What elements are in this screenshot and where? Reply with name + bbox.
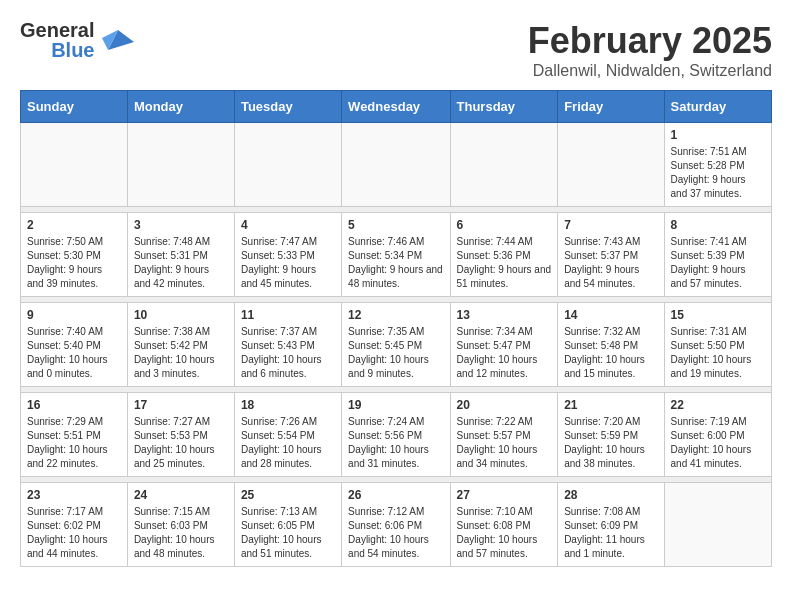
- day-info: Sunrise: 7:37 AM Sunset: 5:43 PM Dayligh…: [241, 325, 335, 381]
- calendar-cell: 1Sunrise: 7:51 AM Sunset: 5:28 PM Daylig…: [664, 123, 771, 207]
- day-info: Sunrise: 7:44 AM Sunset: 5:36 PM Dayligh…: [457, 235, 552, 291]
- calendar-cell: 6Sunrise: 7:44 AM Sunset: 5:36 PM Daylig…: [450, 213, 558, 297]
- day-header-monday: Monday: [127, 91, 234, 123]
- calendar-cell: 27Sunrise: 7:10 AM Sunset: 6:08 PM Dayli…: [450, 483, 558, 567]
- day-info: Sunrise: 7:26 AM Sunset: 5:54 PM Dayligh…: [241, 415, 335, 471]
- day-number: 10: [134, 308, 228, 322]
- calendar-cell: [558, 123, 664, 207]
- day-header-thursday: Thursday: [450, 91, 558, 123]
- day-number: 4: [241, 218, 335, 232]
- calendar-cell: 3Sunrise: 7:48 AM Sunset: 5:31 PM Daylig…: [127, 213, 234, 297]
- day-info: Sunrise: 7:24 AM Sunset: 5:56 PM Dayligh…: [348, 415, 443, 471]
- day-info: Sunrise: 7:41 AM Sunset: 5:39 PM Dayligh…: [671, 235, 765, 291]
- day-number: 15: [671, 308, 765, 322]
- logo-icon: [98, 22, 134, 58]
- day-number: 13: [457, 308, 552, 322]
- calendar-cell: 21Sunrise: 7:20 AM Sunset: 5:59 PM Dayli…: [558, 393, 664, 477]
- day-info: Sunrise: 7:10 AM Sunset: 6:08 PM Dayligh…: [457, 505, 552, 561]
- day-number: 8: [671, 218, 765, 232]
- day-number: 24: [134, 488, 228, 502]
- day-number: 26: [348, 488, 443, 502]
- day-info: Sunrise: 7:17 AM Sunset: 6:02 PM Dayligh…: [27, 505, 121, 561]
- calendar-cell: 25Sunrise: 7:13 AM Sunset: 6:05 PM Dayli…: [234, 483, 341, 567]
- day-info: Sunrise: 7:22 AM Sunset: 5:57 PM Dayligh…: [457, 415, 552, 471]
- calendar-cell: 17Sunrise: 7:27 AM Sunset: 5:53 PM Dayli…: [127, 393, 234, 477]
- day-info: Sunrise: 7:19 AM Sunset: 6:00 PM Dayligh…: [671, 415, 765, 471]
- day-header-saturday: Saturday: [664, 91, 771, 123]
- day-number: 21: [564, 398, 657, 412]
- day-header-tuesday: Tuesday: [234, 91, 341, 123]
- calendar-cell: [21, 123, 128, 207]
- calendar-cell: 19Sunrise: 7:24 AM Sunset: 5:56 PM Dayli…: [342, 393, 450, 477]
- day-info: Sunrise: 7:48 AM Sunset: 5:31 PM Dayligh…: [134, 235, 228, 291]
- day-number: 18: [241, 398, 335, 412]
- day-number: 19: [348, 398, 443, 412]
- logo-blue: Blue: [51, 40, 94, 60]
- day-info: Sunrise: 7:13 AM Sunset: 6:05 PM Dayligh…: [241, 505, 335, 561]
- calendar-cell: 9Sunrise: 7:40 AM Sunset: 5:40 PM Daylig…: [21, 303, 128, 387]
- day-number: 9: [27, 308, 121, 322]
- calendar-week-0: 1Sunrise: 7:51 AM Sunset: 5:28 PM Daylig…: [21, 123, 772, 207]
- day-info: Sunrise: 7:08 AM Sunset: 6:09 PM Dayligh…: [564, 505, 657, 561]
- day-header-sunday: Sunday: [21, 91, 128, 123]
- day-info: Sunrise: 7:15 AM Sunset: 6:03 PM Dayligh…: [134, 505, 228, 561]
- day-number: 23: [27, 488, 121, 502]
- calendar-cell: 2Sunrise: 7:50 AM Sunset: 5:30 PM Daylig…: [21, 213, 128, 297]
- day-header-wednesday: Wednesday: [342, 91, 450, 123]
- calendar-cell: 14Sunrise: 7:32 AM Sunset: 5:48 PM Dayli…: [558, 303, 664, 387]
- day-number: 1: [671, 128, 765, 142]
- day-header-friday: Friday: [558, 91, 664, 123]
- calendar-cell: 8Sunrise: 7:41 AM Sunset: 5:39 PM Daylig…: [664, 213, 771, 297]
- day-number: 28: [564, 488, 657, 502]
- day-number: 7: [564, 218, 657, 232]
- calendar-week-1: 2Sunrise: 7:50 AM Sunset: 5:30 PM Daylig…: [21, 213, 772, 297]
- day-number: 6: [457, 218, 552, 232]
- calendar-cell: [127, 123, 234, 207]
- day-info: Sunrise: 7:47 AM Sunset: 5:33 PM Dayligh…: [241, 235, 335, 291]
- day-info: Sunrise: 7:12 AM Sunset: 6:06 PM Dayligh…: [348, 505, 443, 561]
- month-year: February 2025: [528, 20, 772, 62]
- day-number: 22: [671, 398, 765, 412]
- page-header: General Blue February 2025 Dallenwil, Ni…: [20, 20, 772, 80]
- day-number: 2: [27, 218, 121, 232]
- calendar-cell: [450, 123, 558, 207]
- day-number: 14: [564, 308, 657, 322]
- day-info: Sunrise: 7:31 AM Sunset: 5:50 PM Dayligh…: [671, 325, 765, 381]
- calendar-table: SundayMondayTuesdayWednesdayThursdayFrid…: [20, 90, 772, 567]
- day-info: Sunrise: 7:43 AM Sunset: 5:37 PM Dayligh…: [564, 235, 657, 291]
- day-info: Sunrise: 7:29 AM Sunset: 5:51 PM Dayligh…: [27, 415, 121, 471]
- day-number: 25: [241, 488, 335, 502]
- calendar-cell: 5Sunrise: 7:46 AM Sunset: 5:34 PM Daylig…: [342, 213, 450, 297]
- logo-general: General: [20, 20, 94, 40]
- day-number: 17: [134, 398, 228, 412]
- calendar-cell: 16Sunrise: 7:29 AM Sunset: 5:51 PM Dayli…: [21, 393, 128, 477]
- day-info: Sunrise: 7:38 AM Sunset: 5:42 PM Dayligh…: [134, 325, 228, 381]
- calendar-cell: 7Sunrise: 7:43 AM Sunset: 5:37 PM Daylig…: [558, 213, 664, 297]
- calendar-cell: 18Sunrise: 7:26 AM Sunset: 5:54 PM Dayli…: [234, 393, 341, 477]
- location: Dallenwil, Nidwalden, Switzerland: [528, 62, 772, 80]
- calendar-cell: 22Sunrise: 7:19 AM Sunset: 6:00 PM Dayli…: [664, 393, 771, 477]
- calendar-cell: 13Sunrise: 7:34 AM Sunset: 5:47 PM Dayli…: [450, 303, 558, 387]
- calendar-cell: 10Sunrise: 7:38 AM Sunset: 5:42 PM Dayli…: [127, 303, 234, 387]
- calendar-header-row: SundayMondayTuesdayWednesdayThursdayFrid…: [21, 91, 772, 123]
- calendar-cell: [342, 123, 450, 207]
- day-info: Sunrise: 7:40 AM Sunset: 5:40 PM Dayligh…: [27, 325, 121, 381]
- calendar-cell: 4Sunrise: 7:47 AM Sunset: 5:33 PM Daylig…: [234, 213, 341, 297]
- day-info: Sunrise: 7:20 AM Sunset: 5:59 PM Dayligh…: [564, 415, 657, 471]
- calendar-cell: [664, 483, 771, 567]
- day-info: Sunrise: 7:51 AM Sunset: 5:28 PM Dayligh…: [671, 145, 765, 201]
- logo: General Blue: [20, 20, 134, 60]
- day-info: Sunrise: 7:27 AM Sunset: 5:53 PM Dayligh…: [134, 415, 228, 471]
- calendar-cell: 26Sunrise: 7:12 AM Sunset: 6:06 PM Dayli…: [342, 483, 450, 567]
- calendar-cell: 11Sunrise: 7:37 AM Sunset: 5:43 PM Dayli…: [234, 303, 341, 387]
- calendar-cell: 20Sunrise: 7:22 AM Sunset: 5:57 PM Dayli…: [450, 393, 558, 477]
- calendar-week-2: 9Sunrise: 7:40 AM Sunset: 5:40 PM Daylig…: [21, 303, 772, 387]
- day-number: 5: [348, 218, 443, 232]
- calendar-cell: 23Sunrise: 7:17 AM Sunset: 6:02 PM Dayli…: [21, 483, 128, 567]
- calendar-cell: [234, 123, 341, 207]
- day-number: 3: [134, 218, 228, 232]
- calendar-week-3: 16Sunrise: 7:29 AM Sunset: 5:51 PM Dayli…: [21, 393, 772, 477]
- day-number: 20: [457, 398, 552, 412]
- calendar-cell: 24Sunrise: 7:15 AM Sunset: 6:03 PM Dayli…: [127, 483, 234, 567]
- calendar-week-4: 23Sunrise: 7:17 AM Sunset: 6:02 PM Dayli…: [21, 483, 772, 567]
